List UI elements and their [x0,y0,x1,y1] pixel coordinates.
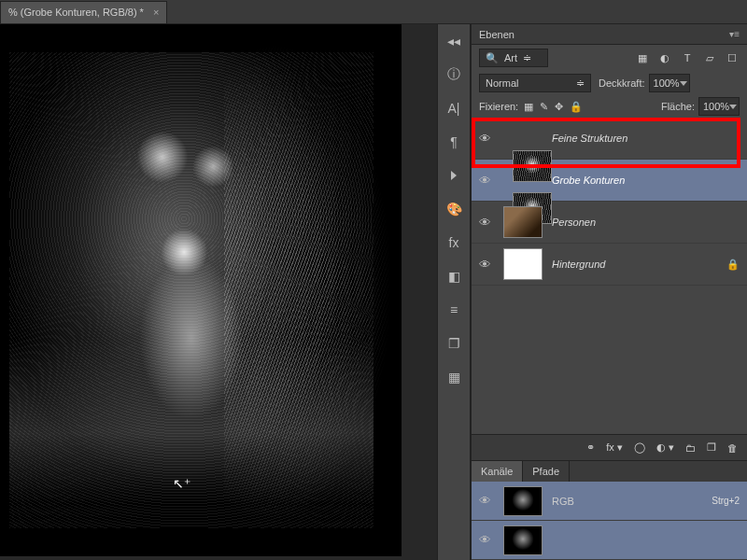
layer-name[interactable]: Personen [552,217,596,228]
document-tabs: % (Grobe Konturen, RGB/8) * × [0,0,747,24]
character-icon[interactable]: A| [441,97,467,119]
chevron-down-icon [729,105,737,109]
channels-list: 👁RGBStrg+2👁 [472,482,747,560]
info-icon[interactable]: ⓘ [441,63,467,86]
channel-row[interactable]: 👁RGBStrg+2 [472,482,747,521]
opacity-label: Deckkraft: [599,77,645,89]
canvas[interactable]: ↖⁺ [0,24,402,556]
tab-channels[interactable]: Kanäle [472,461,523,482]
canvas-area[interactable]: ↖⁺ [0,24,437,560]
filter-pixel-icon[interactable]: ▦ [635,52,650,64]
chevron-down-icon: ≑ [576,77,585,90]
paragraph-icon[interactable]: ¶ [441,131,467,153]
search-icon: 🔍 [486,52,499,64]
cursor-icon: ↖⁺ [173,476,190,491]
chevron-down-icon [680,81,687,86]
opacity-input[interactable]: 100% [649,74,690,92]
panel-title: Ebenen [479,29,514,40]
expand-icon[interactable]: ◂◂ [441,30,467,52]
filter-smart-icon[interactable]: ☐ [725,52,740,64]
channel-thumbnail [503,525,543,555]
layer-row[interactable]: 👁Feine Strukturen [472,118,747,160]
layers-footer: ⚭ fx ▾ ◯ ◐ ▾ 🗀 ❐ 🗑 [472,434,747,460]
fill-value: 100% [703,101,729,112]
visibility-icon[interactable]: 👁 [479,174,494,188]
chevron-down-icon: ≑ [523,52,531,64]
layers-panel: Ebenen ▾≡ 🔍 Art ≑ ▦ ◐ T ▱ ☐ Normal ≑ [471,24,747,560]
visibility-icon[interactable]: 👁 [479,533,494,547]
align-icon[interactable]: ≡ [441,299,467,321]
swatches-icon[interactable]: 🎨 [441,198,467,220]
fill-label: Fläche: [661,101,695,112]
styles-icon[interactable]: fx [441,231,467,254]
panel-menu-icon[interactable]: ▾≡ [729,29,740,39]
lock-position-icon[interactable]: ✥ [555,101,563,113]
mask-icon[interactable]: ◯ [634,441,645,454]
collapsed-panels-strip: ◂◂ ⓘ A| ¶ 🎨 fx ◧ ≡ ❐ ▦ [437,24,471,560]
layer-filter-bar: 🔍 Art ≑ ▦ ◐ T ▱ ☐ [472,45,747,71]
layer-thumbnail[interactable] [503,248,543,280]
filter-adjust-icon[interactable]: ◐ [657,52,672,64]
new-layer-icon[interactable]: ❐ [707,441,716,454]
adjustments-icon[interactable]: ◧ [441,265,467,287]
channel-shortcut: Strg+2 [712,496,740,506]
channels-icon[interactable]: ▦ [441,366,467,388]
layer-name[interactable]: Feine Strukturen [552,133,627,144]
layer-row[interactable]: 👁Personen [472,202,747,244]
blend-row: Normal ≑ Deckkraft: 100% [472,71,747,95]
channels-panel: Kanäle Pfade 👁RGBStrg+2👁 [472,460,747,560]
filter-type-icon[interactable]: T [680,52,695,64]
channel-tabs: Kanäle Pfade [472,461,747,482]
layer-row[interactable]: 👁Hintergrund🔒 [472,244,747,286]
lock-label: Fixieren: [479,101,518,112]
fill-input[interactable]: 100% [698,97,740,116]
channel-row[interactable]: 👁 [472,521,747,560]
visibility-icon[interactable]: 👁 [479,216,494,230]
layers-list: 👁Feine Strukturen👁Grobe Konturen👁Persone… [472,118,747,434]
opacity-value: 100% [654,77,680,89]
image-content-hair [224,43,392,528]
visibility-icon[interactable]: 👁 [479,494,494,508]
visibility-icon[interactable]: 👁 [479,132,494,146]
folder-icon[interactable]: 🗀 [685,442,696,454]
document-tab[interactable]: % (Grobe Konturen, RGB/8) * × [0,1,167,23]
close-tab-icon[interactable]: × [153,7,159,18]
filter-type-icons: ▦ ◐ T ▱ ☐ [635,52,740,64]
layer-thumbnail[interactable] [513,150,552,182]
filter-kind-label: Art [504,52,517,63]
panel-header: Ebenen ▾≡ [472,24,747,45]
channel-thumbnail [503,486,543,516]
lock-transparent-icon[interactable]: ▦ [524,101,533,113]
layer-name[interactable]: Grobe Konturen [552,175,625,186]
visibility-icon[interactable]: 👁 [479,258,494,272]
filter-shape-icon[interactable]: ▱ [702,52,717,64]
blend-mode-value: Normal [486,77,518,89]
lock-icon: 🔒 [726,259,740,271]
layer-name[interactable]: Hintergrund [552,259,605,270]
blend-mode-select[interactable]: Normal ≑ [479,74,591,92]
layer-thumbnail[interactable] [503,206,543,238]
play-icon[interactable] [441,164,467,187]
layers-icon[interactable]: ❐ [441,332,467,355]
lock-all-icon[interactable]: 🔒 [570,101,583,113]
trash-icon[interactable]: 🗑 [727,442,738,454]
link-icon[interactable]: ⚭ [586,441,595,454]
lock-row: Fixieren: ▦ ✎ ✥ 🔒 Fläche: 100% [472,95,747,118]
channel-name: RGB [552,496,574,507]
lock-pixels-icon[interactable]: ✎ [540,101,548,113]
adjustment-icon[interactable]: ◐ ▾ [656,441,674,454]
filter-kind-select[interactable]: 🔍 Art ≑ [479,49,548,67]
fx-icon[interactable]: fx ▾ [606,441,623,454]
tab-title: % (Grobe Konturen, RGB/8) * [8,7,144,18]
tab-paths[interactable]: Pfade [523,461,570,482]
